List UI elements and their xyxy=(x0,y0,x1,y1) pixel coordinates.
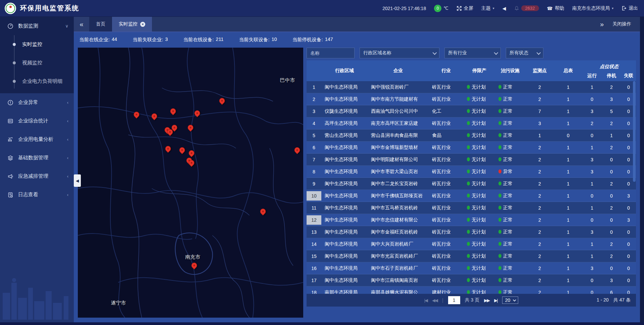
table-row[interactable]: 3仪陇生态环境局西南油气田分公司川中化工无计划正常71350 xyxy=(307,105,636,117)
status-dot-green-icon xyxy=(498,85,501,89)
name-filter-input[interactable] xyxy=(310,50,351,56)
status-dot-green-icon xyxy=(498,145,501,149)
cell-monitor-points: 2 xyxy=(525,169,554,174)
cell-running: 1 xyxy=(582,241,602,247)
skyline-watermark xyxy=(0,269,74,320)
table-row[interactable]: 4高坪生态环境局南充市高坪区王家店建砖瓦行业无计划正常31220 xyxy=(307,117,636,129)
table-row[interactable]: 5营山生态环境局营山县润丰肉食品有限食品无计划正常10010 xyxy=(307,129,636,142)
status-dot-green-icon xyxy=(467,181,470,185)
cell-index: 13 xyxy=(307,226,321,238)
cell-monitor-points: 2 xyxy=(525,278,554,283)
cell-region: 阆中生态环境局 xyxy=(321,205,368,211)
table-row[interactable]: 15阆中生态环境局阆中市光富页岩机砖厂砖瓦行业无计划正常21120 xyxy=(307,250,636,262)
table-row[interactable]: 14阆中生态环境局阆中大兴页岩机砖厂砖瓦行业无计划正常21120 xyxy=(307,238,636,250)
cell-limit-production: 无计划 xyxy=(464,181,495,187)
table-row[interactable]: 7阆中生态环境局阆中明阳建材有限公司砖瓦行业无计划正常21300 xyxy=(307,154,636,166)
table-row[interactable]: 11阆中生态环境局阆中市五马桥页岩机砖砖瓦行业无计划正常21120 xyxy=(307,202,636,214)
tab-active-label: 实时监控 xyxy=(119,21,138,27)
logout-button[interactable]: 退出 xyxy=(622,5,638,11)
pagination-prev-button[interactable]: ◀◀ xyxy=(432,298,437,303)
double-chevron-right-icon[interactable]: » xyxy=(600,20,604,28)
table-row[interactable]: 18南部生态环境局南部县雄狮水泥有限公建材行业无计划正常21060 xyxy=(307,286,636,294)
sidebar-item[interactable]: 基础数据管理‹ xyxy=(0,149,74,167)
chevron-left-icon: ‹ xyxy=(67,118,68,123)
cell-total-meters: 1 xyxy=(554,254,582,259)
pagination-page-input[interactable] xyxy=(448,296,460,304)
cell-index: 12 xyxy=(307,214,321,226)
sidebar-subitem[interactable]: 视频监控 xyxy=(0,54,74,72)
facility-text: 正常 xyxy=(503,217,513,222)
chevron-left-icon: ‹ xyxy=(67,155,68,160)
cell-company: 阆中市金博瑞新型墙材 xyxy=(368,145,429,151)
limit-text: 无计划 xyxy=(472,277,486,283)
sidebar-subitem[interactable]: 实时监控 xyxy=(0,35,74,54)
sidebar-item[interactable]: 企业异常‹ xyxy=(0,93,74,112)
table-row[interactable]: 9阆中生态环境局阆中市二龙长宝页岩砖砖瓦行业无计划正常21120 xyxy=(307,178,636,190)
industry-filter-select[interactable]: 所有行业 xyxy=(444,48,501,58)
sidebar-collapse-handle[interactable]: ◀ xyxy=(74,174,81,187)
sidebar-submenu: 实时监控视频监控企业电力负荷明细 xyxy=(0,35,74,93)
region-filter-select[interactable]: 行政区域名称 xyxy=(360,48,439,58)
close-operations-button[interactable]: 关闭操作 xyxy=(612,21,631,27)
cell-limit-production: 无计划 xyxy=(464,289,495,294)
table-row[interactable]: 10阆中生态环境局阆中市千佛镇五郎垭页岩砖瓦行业无计划正常21003 xyxy=(307,190,636,202)
pagination-page-size-select[interactable]: 20 xyxy=(502,296,519,304)
cell-total-meters: 1 xyxy=(554,181,582,186)
cell-company: 阆中市枣碧大梁山页岩 xyxy=(368,169,429,175)
sidebar-item[interactable]: 企业综合统计‹ xyxy=(0,112,74,130)
notifications[interactable]: 2632 xyxy=(514,5,539,11)
sidebar-item[interactable]: 日志查看‹ xyxy=(0,185,74,204)
cell-monitor-points: 2 xyxy=(525,217,554,223)
table-row[interactable]: 17阆中生态环境局阆中市江南镇阆南页岩砖瓦行业无计划正常21030 xyxy=(307,274,636,286)
temperature-badge: 0 xyxy=(434,5,441,12)
map-panel[interactable]: 巴中市南充市遂宁市 xyxy=(78,48,303,318)
fullscreen-button[interactable]: 全屏 xyxy=(457,5,473,11)
speaker-button[interactable]: ◀ xyxy=(502,6,506,11)
page-right-strip xyxy=(640,17,644,325)
column-header: 企业 xyxy=(368,60,429,81)
table-row[interactable]: 12阆中生态环境局阆中市忠信建材有限公砖瓦行业无计划正常21003 xyxy=(307,214,636,226)
layers-icon xyxy=(7,155,14,161)
column-header: 行业 xyxy=(429,60,464,81)
status-filter-select[interactable]: 所有状态 xyxy=(506,48,543,58)
table-row[interactable]: 16阆中生态环境局阆中市石子页岩机砖厂砖瓦行业无计划正常21300 xyxy=(307,262,636,274)
sidebar-item[interactable]: 数据监测∨ xyxy=(0,17,74,35)
cell-industry: 砖瓦行业 xyxy=(429,217,464,223)
table-row[interactable]: 6阆中生态环境局阆中市金博瑞新型墙材砖瓦行业无计划正常21120 xyxy=(307,142,636,154)
status-dot-green-icon xyxy=(498,218,501,222)
table-row[interactable]: 8阆中生态环境局阆中市枣碧大梁山页岩砖瓦行业无计划异常21300 xyxy=(307,166,636,178)
pagination-first-button[interactable]: |◀ xyxy=(424,298,427,303)
help-button[interactable]: ☎ 帮助 xyxy=(547,5,564,11)
table-row[interactable]: 2阆中生态环境局阆中市南方节能建材有砖瓦行业无计划正常21030 xyxy=(307,93,636,105)
theme-dropdown[interactable]: 主题 ▾ xyxy=(481,5,494,11)
name-filter-field[interactable] xyxy=(307,48,355,58)
sidebar-item[interactable]: 企业用电量分析‹ xyxy=(0,130,74,149)
cell-limit-production: 无计划 xyxy=(464,229,495,235)
cell-total-meters: 1 xyxy=(554,97,582,102)
sidebar-item[interactable]: 应急减排管理‹ xyxy=(0,167,74,185)
pagination-next-button[interactable]: ▶▶ xyxy=(484,298,489,303)
index-highlight: 10 xyxy=(307,191,321,201)
status-dot-green-icon xyxy=(467,266,470,270)
facility-text: 正常 xyxy=(503,229,513,234)
cell-industry: 砖瓦行业 xyxy=(429,96,464,102)
close-icon[interactable]: × xyxy=(140,22,145,27)
cell-pollution-facility: 正常 xyxy=(495,217,525,223)
table-scrollbar[interactable] xyxy=(633,81,636,182)
logout-icon xyxy=(622,6,627,11)
facility-text: 正常 xyxy=(503,145,513,150)
cell-lost: 0 xyxy=(621,241,636,247)
table-row[interactable]: 13阆中生态环境局阆中市金福旺页岩机砖砖瓦行业无计划正常21300 xyxy=(307,226,636,238)
org-dropdown[interactable]: 南充市生态环境局 ▾ xyxy=(572,5,613,11)
tabs-scroll-left-button[interactable]: « xyxy=(74,17,89,32)
tab-realtime-monitor[interactable]: 实时监控 × xyxy=(112,17,152,32)
sidebar-subitem[interactable]: 企业电力负荷明细 xyxy=(0,72,74,91)
cell-monitor-points: 2 xyxy=(525,97,554,102)
bell-icon xyxy=(514,6,519,11)
cell-industry: 砖瓦行业 xyxy=(429,229,464,235)
cell-running: 0 xyxy=(582,193,602,199)
table-row[interactable]: 1阆中生态环境局阆中强锐页岩砖厂砖瓦行业无计划正常21120 xyxy=(307,81,636,93)
tab-home[interactable]: 首页 xyxy=(89,17,112,32)
facility-text: 正常 xyxy=(503,157,513,162)
pagination-last-button[interactable]: ▶| xyxy=(494,298,497,303)
